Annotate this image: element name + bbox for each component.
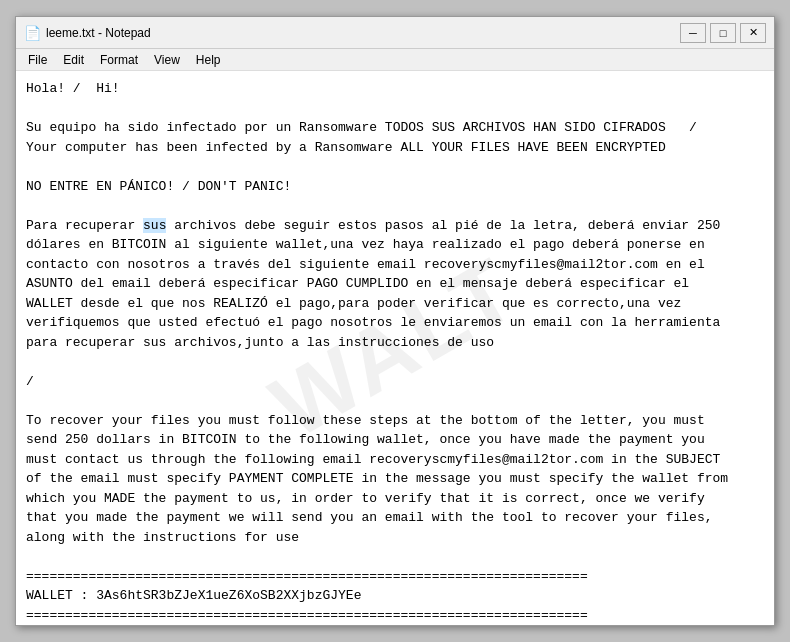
title-bar-left: 📄 leeme.txt - Notepad (24, 25, 151, 41)
notepad-content[interactable]: Hola! / Hi! Su equipo ha sido infectado … (26, 79, 764, 625)
text-editor-area[interactable]: WALT Hola! / Hi! Su equipo ha sido infec… (16, 71, 774, 625)
menu-bar: File Edit Format View Help (16, 49, 774, 71)
title-bar-controls: ─ □ ✕ (680, 23, 766, 43)
menu-help[interactable]: Help (188, 51, 229, 69)
title-bar: 📄 leeme.txt - Notepad ─ □ ✕ (16, 17, 774, 49)
instructions-text: instructions (143, 530, 237, 545)
menu-view[interactable]: View (146, 51, 188, 69)
window-title: leeme.txt - Notepad (46, 26, 151, 40)
minimize-button[interactable]: ─ (680, 23, 706, 43)
text-content-wrapper: Hola! / Hi! Su equipo ha sido infectado … (26, 79, 764, 625)
maximize-button[interactable]: □ (710, 23, 736, 43)
menu-edit[interactable]: Edit (55, 51, 92, 69)
close-button[interactable]: ✕ (740, 23, 766, 43)
menu-file[interactable]: File (20, 51, 55, 69)
notepad-icon: 📄 (24, 25, 40, 41)
menu-format[interactable]: Format (92, 51, 146, 69)
notepad-window: 📄 leeme.txt - Notepad ─ □ ✕ File Edit Fo… (15, 16, 775, 626)
highlight-sus: sus (143, 218, 166, 233)
